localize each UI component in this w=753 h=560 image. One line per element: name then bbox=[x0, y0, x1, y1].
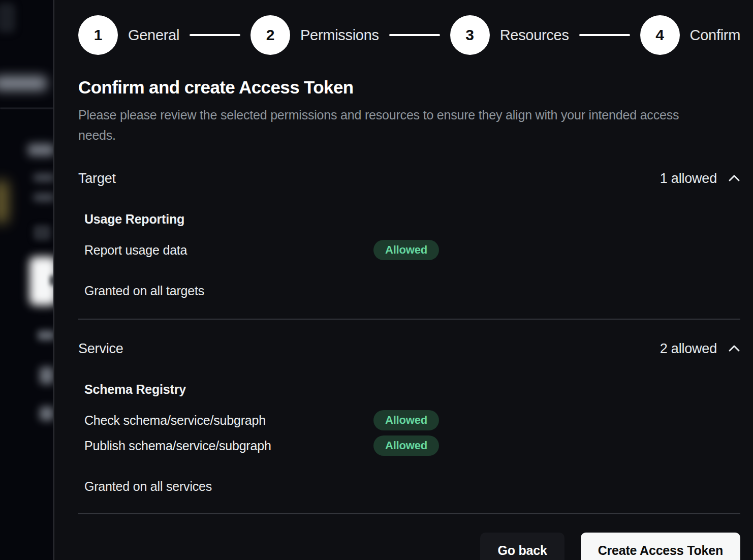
step-label: Confirm bbox=[690, 27, 740, 44]
create-access-token-button[interactable]: Create Access Token bbox=[581, 533, 740, 560]
collapse-section-button[interactable] bbox=[728, 174, 740, 183]
step-connector bbox=[579, 34, 630, 36]
status-badge: Allowed bbox=[373, 240, 439, 260]
permission-label: Publish schema/service/subgraph bbox=[84, 439, 373, 453]
blurred-nav-label bbox=[0, 76, 47, 90]
permission-group: Schema Registry Check schema/service/sub… bbox=[84, 382, 740, 456]
blurred-list-text bbox=[40, 407, 53, 421]
permission-label: Report usage data bbox=[84, 243, 373, 258]
step-number-badge: 2 bbox=[250, 15, 290, 55]
wizard-stepper: 1 General 2 Permissions 3 Resources 4 Co… bbox=[78, 15, 740, 55]
section-header-right: 1 allowed bbox=[660, 171, 740, 186]
allowed-count: 1 allowed bbox=[660, 171, 717, 186]
status-badge: Allowed bbox=[373, 410, 439, 430]
blurred-icon-tile bbox=[34, 225, 51, 240]
section-title: Service bbox=[78, 341, 123, 357]
step-confirm[interactable]: 4 Confirm bbox=[640, 15, 740, 55]
step-label: General bbox=[128, 27, 179, 44]
permission-row: Publish schema/service/subgraph Allowed bbox=[84, 435, 740, 456]
blurred-tile bbox=[0, 3, 15, 33]
step-label: Resources bbox=[500, 27, 569, 44]
blurred-backdrop bbox=[0, 0, 53, 560]
step-number-badge: 4 bbox=[640, 15, 680, 55]
step-label: Permissions bbox=[300, 27, 379, 44]
granted-note: Granted on all services bbox=[84, 479, 740, 494]
allowed-count: 2 allowed bbox=[660, 341, 717, 357]
section-title: Target bbox=[78, 171, 116, 186]
section-service-header[interactable]: Service 2 allowed bbox=[78, 341, 740, 357]
step-number-badge: 3 bbox=[450, 15, 490, 55]
permission-group: Usage Reporting Report usage data Allowe… bbox=[84, 212, 740, 260]
blurred-accent-blob bbox=[0, 180, 8, 223]
chevron-up-icon bbox=[728, 174, 740, 183]
step-resources[interactable]: 3 Resources bbox=[450, 15, 569, 55]
step-connector bbox=[190, 34, 240, 36]
blurred-body-text bbox=[34, 194, 53, 201]
section-service: Service 2 allowed Schema Registry Ch bbox=[78, 341, 740, 514]
section-divider bbox=[78, 319, 740, 320]
permission-row: Check schema/service/subgraph Allowed bbox=[84, 410, 740, 430]
blurred-list-text bbox=[40, 367, 53, 384]
modal-footer: Go back Create Access Token bbox=[78, 533, 740, 560]
section-target: Target 1 allowed Usage Reporting Rep bbox=[78, 171, 740, 320]
page-title: Confirm and create Access Token bbox=[78, 77, 740, 98]
create-access-token-modal: 1 General 2 Permissions 3 Resources 4 Co… bbox=[53, 0, 753, 560]
step-connector bbox=[389, 34, 440, 36]
permission-group-name: Schema Registry bbox=[84, 382, 740, 397]
section-header-right: 2 allowed bbox=[660, 341, 740, 357]
blurred-list-text bbox=[38, 330, 53, 340]
blurred-card-dot bbox=[50, 275, 53, 286]
blurred-divider bbox=[0, 108, 53, 109]
status-badge: Allowed bbox=[373, 435, 439, 456]
permission-row: Report usage data Allowed bbox=[84, 240, 740, 260]
granted-note: Granted on all targets bbox=[84, 284, 740, 298]
collapse-section-button[interactable] bbox=[728, 345, 740, 354]
chevron-up-icon bbox=[728, 345, 740, 354]
footer-divider bbox=[78, 513, 740, 514]
permission-group-name: Usage Reporting bbox=[84, 212, 740, 227]
blurred-body-text bbox=[34, 174, 53, 181]
section-target-header[interactable]: Target 1 allowed bbox=[78, 171, 740, 186]
step-number-badge: 1 bbox=[78, 15, 118, 55]
step-permissions[interactable]: 2 Permissions bbox=[250, 15, 379, 55]
step-general[interactable]: 1 General bbox=[78, 15, 179, 55]
go-back-button[interactable]: Go back bbox=[480, 533, 564, 560]
permission-label: Check schema/service/subgraph bbox=[84, 413, 373, 428]
page-subtitle: Please please review the selected permis… bbox=[78, 105, 703, 145]
screen: 1 General 2 Permissions 3 Resources 4 Co… bbox=[0, 0, 753, 560]
blurred-heading-text bbox=[28, 144, 53, 156]
